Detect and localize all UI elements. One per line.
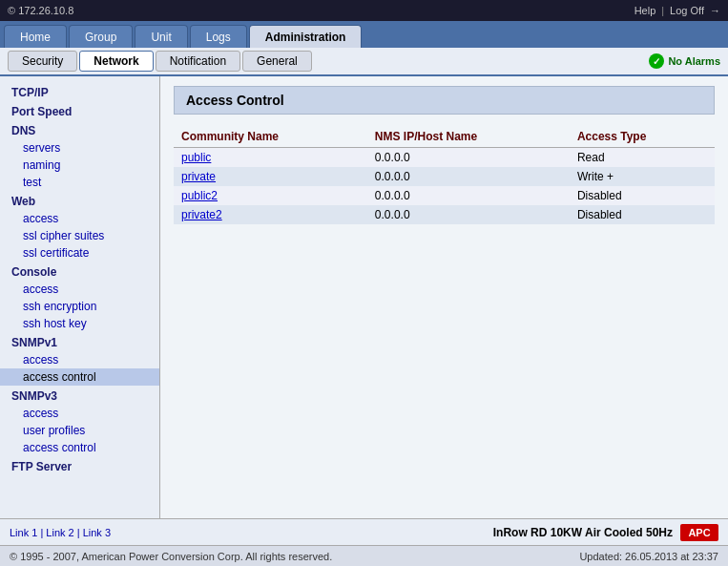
- ip-address: © 172.26.10.8: [8, 5, 73, 16]
- sidebar-section-tcpip[interactable]: TCP/IP: [0, 82, 159, 101]
- sidebar-item-dns-test[interactable]: test: [0, 174, 159, 191]
- sidebar-section-ftp[interactable]: FTP Server: [0, 456, 159, 475]
- subnav-security[interactable]: Security: [8, 51, 77, 72]
- sidebar-item-console-access[interactable]: access: [0, 281, 159, 298]
- top-bar: © 172.26.10.8 Help | Log Off →: [0, 0, 728, 21]
- community-name-cell: public: [174, 148, 367, 168]
- access-type-cell: Disabled: [570, 186, 715, 205]
- sidebar-item-console-ssh-enc[interactable]: ssh encryption: [0, 298, 159, 315]
- access-type-cell: Disabled: [570, 205, 715, 224]
- footer-brand: InRow RD 10KW Air Cooled 50Hz APC: [493, 524, 718, 541]
- sidebar-section-console[interactable]: Console: [0, 262, 159, 281]
- tab-administration[interactable]: Administration: [249, 25, 363, 48]
- tab-home[interactable]: Home: [4, 25, 67, 48]
- sidebar-item-snmpv1-access-control[interactable]: access control: [0, 368, 159, 386]
- community-name-cell: private2: [174, 205, 367, 224]
- sidebar-item-snmpv1-access[interactable]: access: [0, 351, 159, 368]
- sidebar-item-console-ssh-host[interactable]: ssh host key: [0, 315, 159, 332]
- separator: |: [661, 5, 664, 16]
- no-alarms-label: No Alarms: [668, 55, 720, 67]
- main-content: Access Control Community Name NMS IP/Hos…: [160, 76, 728, 518]
- community-name-cell: public2: [174, 186, 367, 205]
- col-header-nms: NMS IP/Host Name: [367, 126, 570, 148]
- col-header-access: Access Type: [570, 126, 715, 148]
- sidebar-section-snmpv3[interactable]: SNMPv3: [0, 386, 159, 405]
- sidebar-item-snmpv3-profiles[interactable]: user profiles: [0, 422, 159, 439]
- access-control-table: Community Name NMS IP/Host Name Access T…: [174, 126, 715, 224]
- sidebar: TCP/IP Port Speed DNS servers naming tes…: [0, 76, 160, 518]
- nms-ip-cell: 0.0.0.0: [367, 148, 570, 168]
- sidebar-section-portspeed[interactable]: Port Speed: [0, 101, 159, 120]
- page-title: Access Control: [174, 86, 715, 115]
- sidebar-item-web-ssl-cipher[interactable]: ssl cipher suites: [0, 227, 159, 244]
- table-row: public 0.0.0.0 Read: [174, 148, 715, 168]
- table-row: private2 0.0.0.0 Disabled: [174, 205, 715, 224]
- footer: Link 1 | Link 2 | Link 3 InRow RD 10KW A…: [0, 518, 728, 545]
- alarm-status-icon: ✓: [649, 53, 664, 69]
- table-row: private 0.0.0.0 Write +: [174, 167, 715, 186]
- sidebar-item-snmpv3-access[interactable]: access: [0, 405, 159, 422]
- tab-group[interactable]: Group: [69, 25, 133, 48]
- access-type-cell: Read: [570, 148, 715, 168]
- brand-name: InRow RD 10KW Air Cooled 50Hz: [493, 526, 673, 539]
- community-link-public2[interactable]: public2: [181, 189, 218, 202]
- footer-link-1[interactable]: Link 1: [10, 527, 37, 538]
- apc-logo: APC: [680, 524, 718, 541]
- updated-timestamp: Updated: 26.05.2013 at 23:37: [579, 551, 718, 562]
- footer-link-3[interactable]: Link 3: [83, 527, 111, 538]
- sidebar-item-dns-naming[interactable]: naming: [0, 157, 159, 174]
- footer-links: Link 1 | Link 2 | Link 3: [10, 527, 111, 538]
- sidebar-section-snmpv1[interactable]: SNMPv1: [0, 332, 159, 351]
- nms-ip-cell: 0.0.0.0: [367, 167, 570, 186]
- footer-link-2[interactable]: Link 2: [46, 527, 73, 538]
- sidebar-item-dns-servers[interactable]: servers: [0, 139, 159, 157]
- table-row: public2 0.0.0.0 Disabled: [174, 186, 715, 205]
- tab-logs[interactable]: Logs: [190, 25, 247, 48]
- sub-nav: Security Network Notification General ✓ …: [0, 48, 728, 76]
- main-nav: Home Group Unit Logs Administration: [0, 21, 728, 48]
- subnav-notification[interactable]: Notification: [156, 51, 240, 72]
- sidebar-item-web-ssl-cert[interactable]: ssl certificate: [0, 244, 159, 262]
- top-bar-actions: Help | Log Off →: [634, 5, 720, 16]
- copyright: © 1995 - 2007, American Power Conversion…: [10, 551, 332, 562]
- bottom-bar: © 1995 - 2007, American Power Conversion…: [0, 545, 728, 566]
- community-name-cell: private: [174, 167, 367, 186]
- subnav-general[interactable]: General: [242, 51, 312, 72]
- col-header-community: Community Name: [174, 126, 367, 148]
- logoff-icon: →: [710, 5, 720, 16]
- community-link-private[interactable]: private: [181, 170, 216, 183]
- help-link[interactable]: Help: [634, 5, 656, 16]
- logoff-link[interactable]: Log Off: [670, 5, 704, 16]
- sidebar-section-web[interactable]: Web: [0, 191, 159, 210]
- subnav-network[interactable]: Network: [79, 51, 153, 72]
- access-type-cell: Write +: [570, 167, 715, 186]
- community-link-private2[interactable]: private2: [181, 208, 222, 221]
- tab-unit[interactable]: Unit: [135, 25, 187, 48]
- sidebar-item-web-access[interactable]: access: [0, 210, 159, 227]
- sidebar-section-dns[interactable]: DNS: [0, 120, 159, 139]
- community-link-public[interactable]: public: [181, 151, 211, 164]
- content-area: TCP/IP Port Speed DNS servers naming tes…: [0, 76, 728, 518]
- sidebar-item-snmpv3-access-control[interactable]: access control: [0, 439, 159, 456]
- nms-ip-cell: 0.0.0.0: [367, 186, 570, 205]
- no-alarms-indicator: ✓ No Alarms: [649, 53, 720, 69]
- nms-ip-cell: 0.0.0.0: [367, 205, 570, 224]
